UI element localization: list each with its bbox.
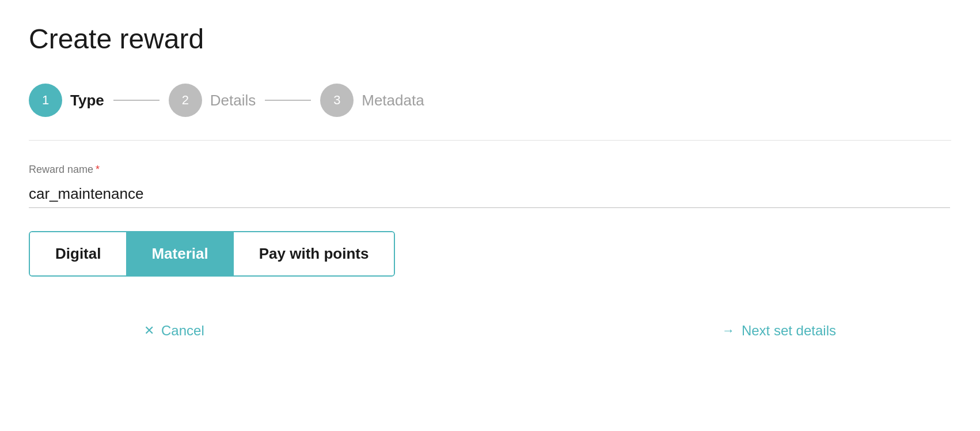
next-button[interactable]: → Next set details [722, 323, 836, 339]
step-2: 2 Details [169, 84, 256, 117]
action-bar: ✕ Cancel → Next set details [29, 323, 951, 339]
step-2-label: Details [210, 92, 256, 109]
step-1-label: Type [70, 92, 104, 109]
step-1-circle: 1 [29, 84, 62, 117]
cancel-icon: ✕ [144, 323, 154, 338]
section-divider [29, 140, 951, 141]
cancel-button[interactable]: ✕ Cancel [144, 323, 204, 339]
next-label: Next set details [742, 323, 836, 339]
step-divider-2 [265, 100, 311, 101]
toggle-material[interactable]: Material [126, 232, 233, 275]
toggle-pay-with-points[interactable]: Pay with points [234, 232, 394, 275]
step-2-circle: 2 [169, 84, 202, 117]
step-3-circle: 3 [320, 84, 354, 117]
step-3-label: Metadata [362, 92, 424, 109]
toggle-digital[interactable]: Digital [30, 232, 126, 275]
form-section: Reward name* Digital Material Pay with p… [29, 164, 950, 277]
reward-name-label: Reward name* [29, 164, 950, 176]
step-1: 1 Type [29, 84, 104, 117]
stepper: 1 Type 2 Details 3 Metadata [29, 84, 951, 117]
step-divider-1 [113, 100, 159, 101]
arrow-right-icon: → [722, 323, 735, 338]
reward-name-input[interactable] [29, 180, 950, 208]
page-title: Create reward [29, 23, 951, 55]
step-3: 3 Metadata [320, 84, 424, 117]
cancel-label: Cancel [161, 323, 204, 339]
reward-type-toggle-group: Digital Material Pay with points [29, 231, 395, 277]
